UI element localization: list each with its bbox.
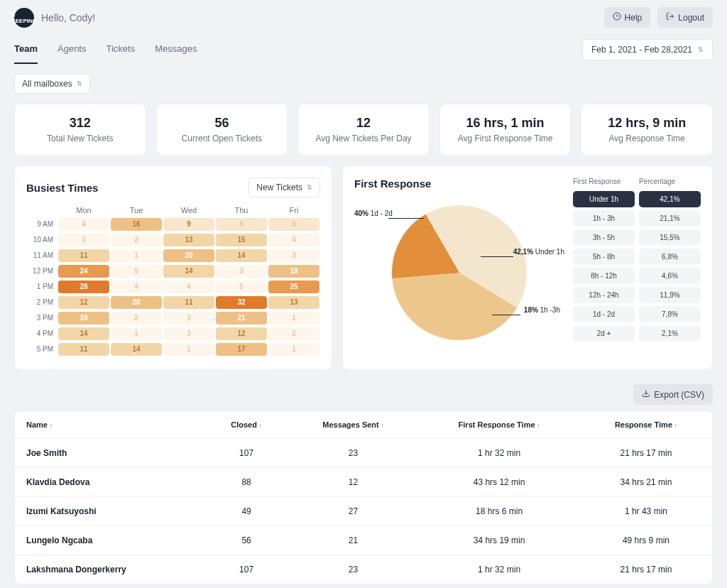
- heat-cell[interactable]: 8: [216, 218, 267, 231]
- heat-cell[interactable]: 5: [216, 281, 267, 293]
- heat-cell[interactable]: 25: [268, 281, 319, 293]
- resp-pct-cell[interactable]: 15,5%: [639, 229, 701, 246]
- logout-label: Logout: [678, 13, 704, 23]
- column-header[interactable]: Response Time: [580, 411, 712, 439]
- heat-cell[interactable]: 4: [111, 281, 162, 293]
- heat-cell[interactable]: 14: [163, 265, 214, 278]
- heat-cell[interactable]: 11: [58, 343, 109, 356]
- help-label: Help: [625, 13, 643, 23]
- resp-pct-cell[interactable]: 21,1%: [639, 210, 701, 227]
- heat-cell[interactable]: 13: [163, 234, 214, 246]
- panels-row: Busiest Times New Tickets ⇅ MonTueWedThu…: [14, 165, 713, 370]
- heat-cell[interactable]: 3: [216, 265, 267, 278]
- resp-pct-cell[interactable]: 7,8%: [639, 306, 701, 322]
- resp-range-cell[interactable]: 1h - 3h: [573, 210, 635, 227]
- heat-cell[interactable]: 12: [58, 296, 109, 309]
- resp-range-cell[interactable]: 5h - 8h: [573, 249, 635, 265]
- heat-cell[interactable]: 3: [268, 249, 319, 262]
- resp-range-cell[interactable]: 8h - 12h: [573, 268, 635, 284]
- heat-hour-label: 3 PM: [26, 311, 58, 325]
- mailbox-select-label: All mailboxes: [22, 79, 72, 89]
- help-icon: [613, 12, 621, 23]
- heat-cell[interactable]: 3: [163, 327, 214, 340]
- heat-cell[interactable]: 14: [111, 343, 162, 356]
- tab-messages[interactable]: Messages: [155, 35, 197, 64]
- table-row[interactable]: Klavdia Dedova881243 hrs 12 min34 hrs 21…: [15, 468, 712, 497]
- heat-cell[interactable]: 24: [58, 265, 109, 278]
- mailbox-select[interactable]: All mailboxes ⇅: [14, 74, 90, 94]
- sort-icon: [48, 420, 53, 429]
- logout-icon: [666, 12, 674, 23]
- table-row[interactable]: Lakshmana Dongerkerry107231 hr 32 min21 …: [15, 555, 712, 584]
- resp-range-cell[interactable]: 3h - 5h: [573, 229, 635, 246]
- resp-range-cell[interactable]: 1d - 2d: [573, 306, 635, 322]
- export-csv-button[interactable]: Export (CSV): [633, 384, 713, 405]
- resp-pct-cell[interactable]: 42,1%: [639, 191, 701, 207]
- stat-value: 16 hrs, 1 min: [447, 116, 564, 131]
- first-response-table: First Response Percentage Under 1h42,1%1…: [573, 178, 701, 344]
- heat-cell[interactable]: 15: [216, 234, 267, 246]
- heat-cell[interactable]: 3: [58, 234, 109, 246]
- stats-row: 312Total New Tickets56Current Open Ticke…: [14, 104, 713, 156]
- heat-cell[interactable]: 5: [111, 265, 162, 278]
- heat-cell[interactable]: 1: [111, 249, 162, 262]
- heat-cell[interactable]: 11: [58, 249, 109, 262]
- table-row[interactable]: Lungelo Ngcaba562134 hrs 19 min49 hrs 9 …: [15, 526, 712, 555]
- heat-day-header: Mon: [58, 206, 110, 217]
- table-row[interactable]: Izumi Katsuyoshi492718 hrs 6 min1 hr 43 …: [15, 497, 712, 526]
- heat-cell[interactable]: 9: [163, 218, 214, 231]
- column-header[interactable]: First Response Time: [418, 411, 580, 439]
- stat-label: Avg First Response Time: [447, 134, 564, 143]
- heat-cell[interactable]: 3: [163, 312, 214, 325]
- heat-cell[interactable]: 4: [268, 234, 319, 246]
- heat-cell[interactable]: 21: [216, 312, 267, 325]
- date-range-picker[interactable]: Feb 1, 2021 - Feb 28,2021 ⇅: [582, 39, 713, 60]
- cell-sent: 21: [288, 526, 419, 555]
- heat-cell[interactable]: 17: [216, 343, 267, 356]
- heat-cell[interactable]: 12: [216, 327, 267, 340]
- resp-range-cell[interactable]: 2d +: [573, 325, 635, 342]
- heat-cell[interactable]: 14: [58, 327, 109, 340]
- heat-cell[interactable]: 13: [268, 296, 319, 309]
- cell-name: Klavdia Dedova: [15, 468, 205, 497]
- heat-cell[interactable]: 1: [268, 343, 319, 356]
- resp-range-cell[interactable]: 12h - 24h: [573, 287, 635, 303]
- heat-cell[interactable]: 18: [58, 312, 109, 325]
- heat-cell[interactable]: 4: [58, 218, 109, 231]
- heat-cell[interactable]: 11: [163, 296, 214, 309]
- resp-pct-cell[interactable]: 4,6%: [639, 268, 701, 284]
- heat-cell[interactable]: 28: [58, 281, 109, 293]
- heat-cell[interactable]: 1: [268, 312, 319, 325]
- logout-button[interactable]: Logout: [657, 7, 713, 28]
- table-row[interactable]: Joe Smith107231 hr 32 min21 hrs 17 min: [15, 439, 712, 468]
- heat-cell[interactable]: 8: [268, 218, 319, 231]
- heat-cell[interactable]: 20: [163, 249, 214, 262]
- heat-cell[interactable]: 2: [111, 312, 162, 325]
- tab-agents[interactable]: Agents: [58, 35, 86, 64]
- heat-cell[interactable]: 14: [216, 249, 267, 262]
- column-header[interactable]: Closed: [205, 411, 288, 439]
- heat-cell[interactable]: 32: [216, 296, 267, 309]
- tab-tickets[interactable]: Tickets: [106, 35, 135, 64]
- resp-range-cell[interactable]: Under 1h: [573, 191, 635, 207]
- heat-hour-label: 10 AM: [26, 233, 58, 247]
- resp-pct-cell[interactable]: 2,1%: [639, 325, 701, 342]
- heat-cell[interactable]: 16: [111, 218, 162, 231]
- column-header[interactable]: Name: [15, 411, 205, 439]
- help-button[interactable]: Help: [604, 7, 651, 28]
- stat-label: Total New Tickets: [22, 134, 138, 143]
- heat-cell[interactable]: 20: [111, 296, 162, 309]
- resp-pct-cell[interactable]: 11,9%: [639, 287, 701, 303]
- heat-cell[interactable]: 2: [111, 234, 162, 246]
- heat-cell[interactable]: 1: [163, 343, 214, 356]
- heat-cell[interactable]: 4: [163, 281, 214, 293]
- busiest-metric-select[interactable]: New Tickets ⇅: [248, 178, 320, 197]
- tab-team[interactable]: Team: [14, 35, 38, 64]
- heat-cell[interactable]: 19: [268, 265, 319, 278]
- resp-pct-cell[interactable]: 6,8%: [639, 249, 701, 265]
- heat-cell[interactable]: 1: [111, 327, 162, 340]
- column-header[interactable]: Messages Sent: [288, 411, 419, 439]
- pie-slice-label: 18% 1h -3h: [524, 306, 560, 314]
- tabs: TeamAgentsTicketsMessages: [14, 35, 197, 64]
- heat-cell[interactable]: 2: [268, 327, 319, 340]
